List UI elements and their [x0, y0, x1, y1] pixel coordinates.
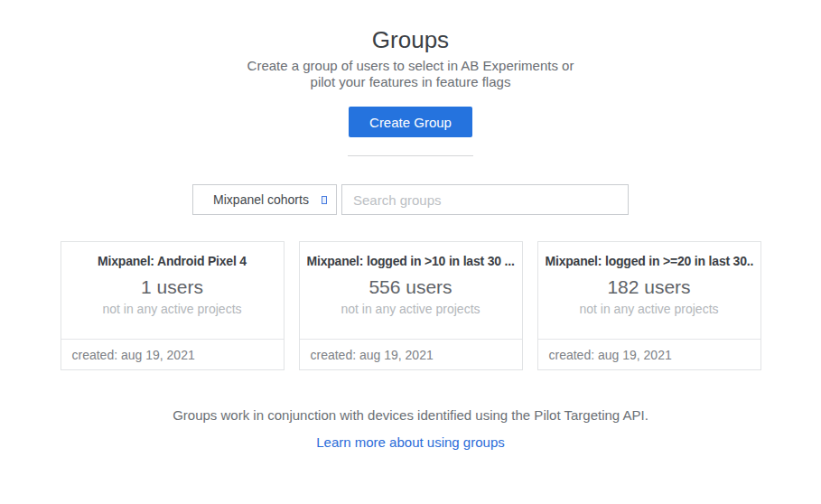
- group-card-users-count: 556 users: [307, 276, 515, 298]
- group-card[interactable]: Mixpanel: logged in >=20 in last 30... 1…: [537, 241, 761, 370]
- page-subtitle-line-2: pilot your features in feature flags: [0, 74, 821, 90]
- cohort-dropdown-selected-label: Mixpanel cohorts: [206, 192, 316, 207]
- create-group-button[interactable]: Create Group: [349, 107, 472, 137]
- group-card[interactable]: Mixpanel: logged in >10 in last 30 ... 5…: [299, 241, 523, 370]
- dropdown-glyph-box-icon: [322, 196, 327, 204]
- group-card-users-count: 182 users: [546, 276, 753, 298]
- group-card-body: Mixpanel: logged in >=20 in last 30... 1…: [538, 242, 760, 339]
- group-card[interactable]: Mixpanel: Android Pixel 4 1 users not in…: [61, 241, 285, 370]
- group-card-title: Mixpanel: Android Pixel 4: [69, 254, 276, 268]
- group-card-status: not in any active projects: [307, 302, 515, 316]
- group-card-status: not in any active projects: [69, 302, 276, 316]
- group-card-created-date: created: aug 19, 2021: [61, 339, 284, 369]
- header-divider: [348, 155, 473, 156]
- search-groups-input[interactable]: [341, 184, 629, 215]
- group-card-users-count: 1 users: [69, 276, 276, 298]
- page-title: Groups: [0, 27, 821, 52]
- group-card-created-date: created: aug 19, 2021: [538, 339, 760, 369]
- page-subtitle-line-1: Create a group of users to select in AB …: [0, 58, 821, 74]
- pilot-targeting-note: Groups work in conjunction with devices …: [0, 407, 821, 423]
- group-card-created-date: created: aug 19, 2021: [300, 339, 522, 369]
- cohort-source-dropdown[interactable]: Mixpanel cohorts: [192, 184, 337, 215]
- page-subtitle: Create a group of users to select in AB …: [0, 58, 821, 90]
- group-card-body: Mixpanel: logged in >10 in last 30 ... 5…: [300, 242, 522, 339]
- filters-row: Mixpanel cohorts: [0, 184, 821, 215]
- group-cards-row: Mixpanel: Android Pixel 4 1 users not in…: [0, 241, 821, 370]
- learn-more-link[interactable]: Learn more about using groups: [0, 434, 821, 450]
- group-card-title: Mixpanel: logged in >10 in last 30 ...: [307, 254, 515, 268]
- group-card-body: Mixpanel: Android Pixel 4 1 users not in…: [61, 242, 284, 339]
- group-card-status: not in any active projects: [546, 302, 753, 316]
- groups-page: Groups Create a group of users to select…: [0, 0, 821, 450]
- group-card-title: Mixpanel: logged in >=20 in last 30...: [546, 254, 753, 268]
